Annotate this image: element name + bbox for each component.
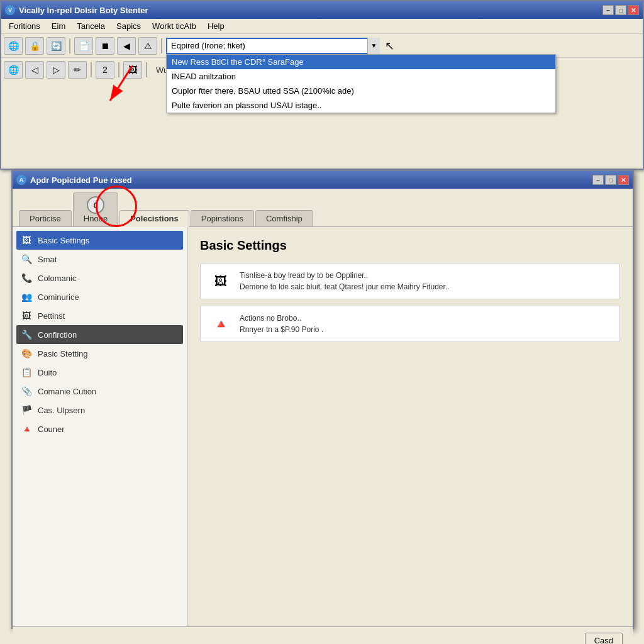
tab-popinstions[interactable]: Popinstions	[191, 210, 254, 226]
info-card-2: 🔺 Actions no Brobo.. Rnnyer tn a $P.90 P…	[200, 306, 620, 342]
main-content-area: Basic Settings 🖼 Tisnlise-a boy lread by…	[187, 227, 633, 626]
toolbar-1: 🌐 🔒 🔄 📄 ⏹ ◀ ⚠ Eqpired (Irone; fiket) ▼ N…	[1, 34, 643, 58]
content-title: Basic Settings	[200, 238, 620, 253]
dropdown-item-2[interactable]: Ouplor ftter there, BSAU utted SSA (2100…	[167, 84, 555, 98]
menu-item-3[interactable]: Sapics	[111, 20, 146, 32]
sidebar-label-comanie-cution: Comanie Cution	[38, 387, 96, 396]
sep2	[161, 38, 162, 53]
main-window-title: Vically In-rpel Dolsir Boty Stenter	[19, 6, 602, 15]
sidebar-label-couner: Couner	[38, 425, 65, 434]
dialog-minimize-btn[interactable]: –	[592, 175, 604, 185]
duito-icon: 📋	[20, 366, 33, 379]
sidebar-item-basic-settings[interactable]: 🖼 Basic Settings	[16, 231, 183, 250]
pasic-stetting-icon: 🎨	[20, 347, 33, 360]
sep4	[118, 62, 119, 77]
dialog-window-controls: – □ ✕	[592, 175, 629, 185]
card-icon-1: 🖼	[209, 270, 232, 292]
sidebar-item-cas-ulpsern[interactable]: 🏴 Cas. Ulpsern	[16, 401, 183, 419]
sep5	[146, 62, 147, 77]
tab-bar: Porticise 0 Hnooe Polecistions Popinstio…	[13, 189, 633, 226]
main-minimize-btn[interactable]: –	[602, 5, 614, 15]
globe-btn[interactable]: 🌐	[4, 61, 23, 79]
card-text-2: Actions no Brobo.. Rnnyer tn a $P.90 Por…	[240, 313, 323, 335]
dialog-title: Apdr Popicided Pue rased	[30, 175, 592, 185]
doc-btn[interactable]: 📄	[74, 37, 93, 55]
main-window-icon: V	[5, 5, 15, 15]
back-btn[interactable]: 🌐	[4, 37, 23, 55]
tab-porticise[interactable]: Porticise	[19, 210, 72, 226]
pettinst-icon: 🖼	[20, 309, 33, 322]
tab-polecistions[interactable]: Polecistions	[119, 210, 189, 227]
menu-item-2[interactable]: Tancela	[72, 20, 110, 32]
dialog-title-bar: A Apdr Popicided Pue rased – □ ✕	[13, 171, 633, 189]
sidebar-item-colomanic[interactable]: 📞 Colomanic	[16, 269, 183, 287]
dropdown-item-0[interactable]: New Ress BtiCi the CDR° SaraFage	[167, 55, 555, 69]
main-close-btn[interactable]: ✕	[628, 5, 639, 15]
sidebar-item-confirction[interactable]: 🔧 Confirction	[16, 325, 183, 344]
card-text-1: Tisnlise-a boy lread by to be Oppliner..…	[240, 270, 449, 292]
dropdown-item-3[interactable]: Pulte faverion an plassond USAU istage..	[167, 98, 555, 113]
colomanic-icon: 📞	[20, 272, 33, 284]
sidebar-item-pettinst[interactable]: 🖼 Pettinst	[16, 306, 183, 325]
stop-btn[interactable]: ⏹	[96, 37, 114, 55]
sep3	[91, 62, 92, 77]
sidebar-label-colomanic: Colomanic	[38, 274, 76, 283]
sidebar-item-duito[interactable]: 📋 Duito	[16, 363, 183, 382]
sidebar-label-smat: Smat	[38, 255, 57, 264]
main-maximize-btn[interactable]: □	[615, 5, 626, 15]
card-line-2-1: Rnnyer tn a $P.90 Porio .	[240, 324, 323, 335]
comanie-cution-icon: 📎	[20, 385, 33, 397]
warn-btn[interactable]: ⚠	[138, 37, 157, 55]
arrow-right-btn[interactable]: ▷	[47, 61, 65, 79]
reload-btn[interactable]: 🔄	[47, 37, 65, 55]
sidebar-label-cominurice: Cominurice	[38, 292, 79, 302]
menu-bar: ForitionsEimTancelaSapicsWorkt ticAtbHel…	[1, 19, 643, 34]
dropdown-list: New Ress BtiCi the CDR° SaraFage INEAD a…	[166, 54, 556, 113]
sidebar-label-cas-ulpsern: Cas. Ulpsern	[38, 406, 85, 415]
edit-btn[interactable]: ✏	[68, 61, 87, 79]
badge-count: 0	[87, 196, 104, 214]
arrow-left-btn[interactable]: ◁	[25, 61, 44, 79]
sidebar-item-smat[interactable]: 🔍 Smat	[16, 250, 183, 269]
couner-icon: 🔺	[20, 423, 33, 435]
img-btn[interactable]: 🖼	[123, 61, 142, 79]
dropdown-item-1[interactable]: INEAD aniltzation	[167, 69, 555, 84]
combo-value: Eqpired (Irone; fiket)	[171, 41, 245, 50]
dialog-close-btn[interactable]: ✕	[618, 175, 629, 185]
cas-ulpsern-icon: 🏴	[20, 404, 33, 416]
sidebar-item-comanie-cution[interactable]: 📎 Comanie Cution	[16, 382, 183, 401]
card-line-1-0: Tisnlise-a boy lread by to be Oppliner..	[240, 270, 449, 281]
sidebar-item-pasic-stetting[interactable]: 🎨 Pasic Stetting	[16, 344, 183, 363]
cominurice-icon: 👥	[20, 291, 33, 303]
combo-box[interactable]: Eqpired (Irone; fiket)	[166, 38, 380, 54]
cancel-button[interactable]: Casd	[585, 633, 623, 644]
sidebar-label-duito: Duito	[38, 368, 57, 377]
menu-item-5[interactable]: Help	[203, 20, 230, 32]
main-window-controls: – □ ✕	[602, 5, 639, 15]
sidebar-label-confirction: Confirction	[38, 330, 77, 340]
dialog-icon: A	[16, 175, 26, 185]
menu-item-0[interactable]: Foritions	[4, 20, 45, 32]
num-btn[interactable]: 2	[96, 61, 114, 79]
sidebar-label-pettinst: Pettinst	[38, 311, 65, 321]
tab-comfiship[interactable]: Comfiship	[255, 210, 313, 226]
sidebar-label-pasic-stetting: Pasic Stetting	[38, 349, 88, 358]
combo-arrow[interactable]: ▼	[367, 38, 380, 54]
confirction-icon: 🔧	[20, 328, 33, 341]
sidebar-item-couner[interactable]: 🔺 Couner	[16, 419, 183, 438]
smat-icon: 🔍	[20, 253, 33, 265]
card-icon-2: 🔺	[209, 313, 232, 335]
info-card-1: 🖼 Tisnlise-a boy lread by to be Oppliner…	[200, 263, 620, 299]
back2-btn[interactable]: ◀	[117, 37, 136, 55]
tab-hnooe[interactable]: 0 Hnooe	[73, 192, 118, 226]
sidebar-label-basic-settings: Basic Settings	[38, 236, 89, 245]
dialog-maximize-btn[interactable]: □	[605, 175, 616, 185]
main-window: V Vically In-rpel Dolsir Boty Stenter – …	[0, 0, 644, 170]
sidebar-item-cominurice[interactable]: 👥 Cominurice	[16, 287, 183, 306]
menu-item-1[interactable]: Eim	[47, 20, 70, 32]
cursor-icon: ↖	[385, 39, 394, 53]
menu-item-4[interactable]: Workt ticAtb	[147, 20, 201, 32]
basic-settings-icon: 🖼	[20, 234, 33, 247]
main-title-bar: V Vically In-rpel Dolsir Boty Stenter – …	[1, 1, 643, 19]
shield-btn[interactable]: 🔒	[25, 37, 44, 55]
